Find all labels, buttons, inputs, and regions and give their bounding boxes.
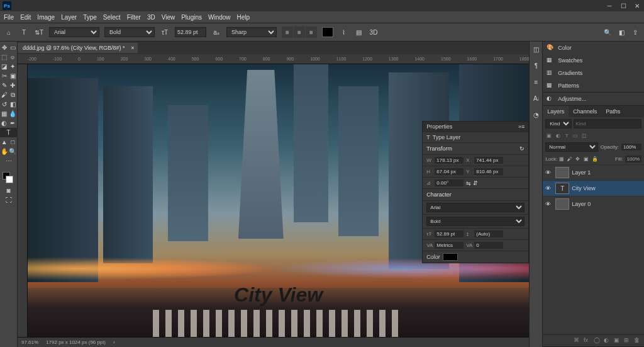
text-color-swatch[interactable]	[322, 27, 333, 37]
link-layers-icon[interactable]: ⌘	[574, 337, 581, 344]
zoom-tool[interactable]: 🔍	[9, 147, 18, 156]
edit-toolbar-button[interactable]: ⋯	[0, 156, 18, 166]
search-icon[interactable]: 🔍	[602, 27, 613, 37]
ruler-vertical[interactable]	[18, 64, 28, 337]
gradients-panel-header[interactable]: ▥Gradients	[543, 67, 644, 79]
flip-v-icon[interactable]: ⇵	[473, 180, 478, 186]
eraser-tool[interactable]: ◧	[9, 100, 18, 109]
object-select-tool[interactable]: ◪	[0, 62, 9, 71]
toggle-orientation-icon[interactable]: ⇅T	[34, 27, 44, 37]
layer-thumbnail[interactable]: T	[555, 183, 569, 194]
transform-section[interactable]: Transform	[426, 145, 452, 152]
strip-icon-2[interactable]: ¶	[531, 60, 541, 71]
group-icon[interactable]: ▣	[614, 337, 621, 344]
lock-image-icon[interactable]: 🖌	[567, 156, 574, 162]
layer-mask-icon[interactable]: ◯	[594, 337, 601, 344]
strip-icon-5[interactable]: ◔	[531, 110, 541, 120]
filter-type-icon[interactable]: T	[563, 132, 570, 139]
brush-tool[interactable]: 🖌	[0, 90, 9, 100]
angle-value[interactable]: 0.00°	[435, 179, 464, 186]
align-center-button[interactable]: ≡	[294, 26, 305, 38]
x-value[interactable]: 741.44 px	[474, 157, 503, 164]
close-button[interactable]: ✕	[633, 1, 641, 10]
share-icon[interactable]: ⇪	[630, 27, 640, 37]
ruler-horizontal[interactable]: -200-10001002003004005006007008009001000…	[18, 54, 529, 64]
width-value[interactable]: 178.13 px	[435, 157, 464, 164]
swatches-panel-header[interactable]: ▦Swatches	[543, 54, 644, 67]
strip-icon-1[interactable]: ◫	[531, 44, 541, 54]
adjustment-layer-icon[interactable]: ◐	[604, 337, 611, 344]
layer-row[interactable]: 👁 Layer 1	[543, 164, 644, 180]
layer-row[interactable]: 👁 Layer 0	[543, 196, 644, 212]
layer-name[interactable]: City View	[572, 185, 595, 191]
menu-help[interactable]: Help	[237, 14, 250, 21]
menu-plugins[interactable]: Plugins	[181, 14, 202, 21]
prop-kerning[interactable]: 0	[474, 242, 503, 249]
reset-icon[interactable]: ↻	[519, 145, 525, 152]
menu-type[interactable]: Type	[83, 14, 97, 21]
home-icon[interactable]: ⌂	[4, 27, 14, 37]
visibility-icon[interactable]: 👁	[545, 169, 553, 176]
layer-name[interactable]: Layer 1	[572, 169, 591, 176]
path-select-tool[interactable]: ▲	[0, 137, 9, 147]
warp-text-icon[interactable]: ⌇	[338, 27, 348, 37]
lasso-tool[interactable]: ⌾	[9, 52, 18, 62]
font-style-select[interactable]: Bold	[104, 27, 155, 37]
patterns-panel-header[interactable]: ▩Patterns	[543, 79, 644, 92]
menu-select[interactable]: Select	[103, 14, 121, 21]
menu-file[interactable]: File	[4, 14, 14, 21]
menu-window[interactable]: Window	[208, 14, 231, 21]
hand-tool[interactable]: ✋	[0, 147, 9, 156]
healing-tool[interactable]: ✚	[9, 81, 18, 90]
maximize-button[interactable]: ☐	[619, 1, 628, 10]
background-color[interactable]	[6, 176, 13, 183]
screenmode-button[interactable]: ⛶	[0, 195, 18, 205]
y-value[interactable]: 810.46 px	[474, 168, 503, 175]
move-tool[interactable]: ✥	[0, 43, 9, 52]
history-brush-tool[interactable]: ↺	[0, 100, 9, 109]
artboard-tool[interactable]: ▭	[9, 43, 18, 52]
menu-3d[interactable]: 3D	[147, 14, 155, 21]
blend-mode-select[interactable]: Normal	[545, 142, 597, 152]
layer-thumbnail[interactable]	[555, 167, 569, 178]
filter-pixel-icon[interactable]: ▣	[545, 132, 553, 139]
align-left-button[interactable]: ≡	[282, 26, 293, 38]
prop-size[interactable]: 52.89 pt	[435, 230, 464, 237]
lock-nest-icon[interactable]: ▣	[584, 156, 590, 162]
blur-tool[interactable]: 💧	[9, 109, 18, 118]
lock-pos-icon[interactable]: ✥	[575, 156, 582, 162]
tab-paths[interactable]: Paths	[601, 106, 625, 117]
3d-button[interactable]: 3D	[369, 27, 379, 37]
rectangle-tool[interactable]: □	[9, 137, 18, 147]
opacity-value[interactable]: 100%	[621, 144, 641, 151]
character-panel-icon[interactable]: ▤	[353, 27, 364, 37]
panel-menu-icon[interactable]: »≡	[518, 123, 525, 130]
fill-value[interactable]: 100%	[625, 156, 641, 162]
gradient-tool[interactable]: ▦	[0, 109, 9, 118]
canvas[interactable]: City View Properties»≡ TType Layer Trans…	[28, 64, 529, 337]
prop-leading[interactable]: (Auto)	[474, 230, 503, 237]
strip-icon-4[interactable]: Aᵢ	[531, 93, 541, 103]
quickmask-button[interactable]: ◙	[0, 186, 18, 195]
layer-name[interactable]: Layer 0	[572, 201, 591, 207]
antialias-select[interactable]: Sharp	[226, 27, 277, 37]
tab-channels[interactable]: Channels	[569, 106, 601, 117]
marquee-tool[interactable]: ⬚	[0, 52, 9, 62]
pen-tool[interactable]: ✒	[9, 118, 18, 128]
crop-tool[interactable]: ✂	[0, 71, 9, 81]
magic-wand-tool[interactable]: ✦	[9, 62, 18, 71]
tab-layers[interactable]: Layers	[543, 106, 569, 117]
properties-panel[interactable]: Properties»≡ TType Layer Transform↻ W178…	[422, 121, 529, 263]
height-value[interactable]: 67.04 px	[435, 168, 464, 175]
delete-layer-icon[interactable]: 🗑	[634, 337, 641, 344]
type-tool[interactable]: T	[0, 128, 18, 137]
character-section[interactable]: Character	[426, 191, 452, 198]
font-size-input[interactable]	[175, 27, 206, 37]
adjustments-panel-header[interactable]: ◐Adjustme...	[543, 93, 644, 105]
lock-all-icon[interactable]: 🔒	[592, 156, 598, 162]
lock-trans-icon[interactable]: ▦	[559, 156, 565, 162]
eyedropper-tool[interactable]: ✎	[0, 81, 9, 90]
layer-style-icon[interactable]: fx	[584, 337, 591, 344]
menu-edit[interactable]: Edit	[20, 14, 31, 21]
document-tab[interactable]: dddd.jpg @ 97.6% (City View, RGB/8#) * ×	[18, 43, 138, 53]
